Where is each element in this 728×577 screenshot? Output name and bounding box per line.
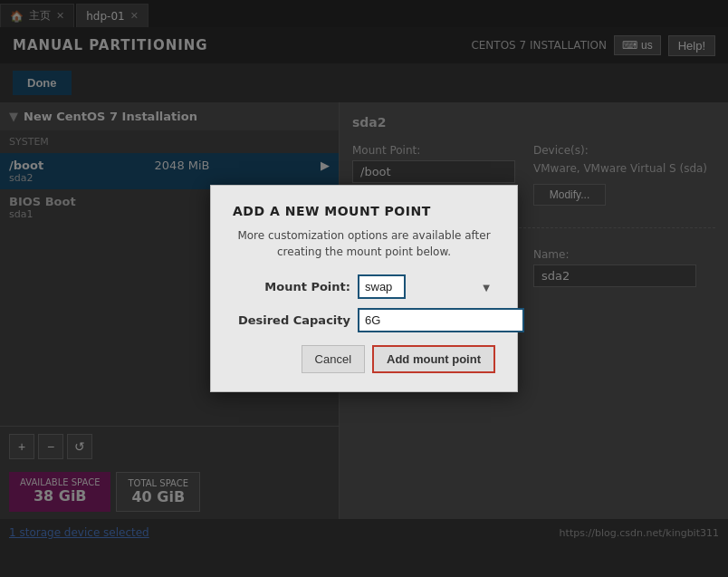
capacity-input[interactable] (358, 308, 524, 332)
cancel-button[interactable]: Cancel (302, 345, 365, 373)
modal-description: More customization options are available… (233, 227, 495, 260)
modal-overlay: ADD A NEW MOUNT POINT More customization… (0, 0, 728, 577)
mount-point-select-wrapper: swap / /boot /home /tmp /usr /var (358, 274, 495, 299)
modal-capacity-label: Desired Capacity (233, 313, 350, 327)
add-mount-button[interactable]: Add mount point (372, 345, 495, 373)
mount-point-select[interactable]: swap / /boot /home /tmp /usr /var (358, 274, 406, 299)
modal-buttons: Cancel Add mount point (233, 345, 495, 373)
modal: ADD A NEW MOUNT POINT More customization… (210, 185, 518, 392)
modal-capacity-row: Desired Capacity (233, 308, 495, 332)
modal-mount-point-row: Mount Point: swap / /boot /home /tmp /us… (233, 274, 495, 299)
modal-title: ADD A NEW MOUNT POINT (233, 204, 495, 218)
modal-mount-point-label: Mount Point: (233, 280, 350, 293)
